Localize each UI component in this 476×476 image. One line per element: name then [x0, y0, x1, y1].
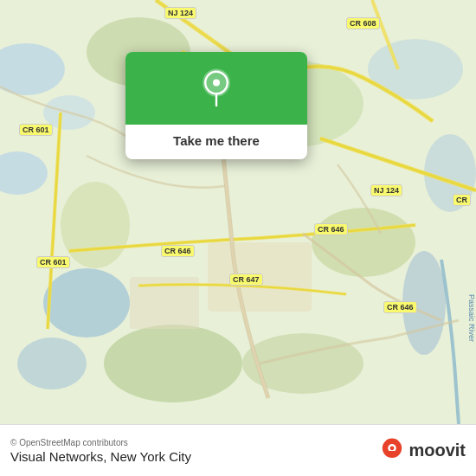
copyright-text: © OpenStreetMap contributors — [10, 438, 191, 447]
svg-point-12 — [104, 325, 242, 402]
road-label-cr601-bot: CR 601 — [36, 256, 70, 268]
road-label-cr-right: CR — [453, 194, 471, 206]
bottom-bar: © OpenStreetMap contributors Visual Netw… — [0, 424, 476, 476]
road-label-cr601-top: CR 601 — [19, 124, 53, 136]
svg-point-6 — [368, 39, 463, 100]
road-label-cr646-left: CR 646 — [161, 245, 195, 257]
road-label-cr647: CR 647 — [229, 273, 263, 286]
popup-button-area[interactable]: Take me there — [125, 125, 307, 159]
svg-point-4 — [43, 268, 130, 338]
bottom-left: © OpenStreetMap contributors Visual Netw… — [10, 438, 191, 464]
take-me-there-button[interactable]: Take me there — [139, 133, 293, 148]
location-title: Visual Networks, New York City — [10, 449, 191, 464]
location-popup: Take me there — [125, 52, 307, 159]
passaic-river-label: Passaic River — [467, 294, 476, 342]
road-label-cr646-mid: CR 646 — [314, 223, 348, 235]
road-label-nj124-right: NJ 124 — [370, 184, 402, 196]
road-label-cr608: CR 608 — [346, 17, 380, 29]
popup-header — [125, 52, 307, 125]
moovit-brand-text: moovit — [408, 441, 466, 460]
pin-icon — [196, 68, 237, 109]
road-label-nj124-top: NJ 124 — [164, 7, 196, 19]
svg-point-26 — [213, 80, 220, 87]
svg-point-5 — [17, 338, 87, 389]
moovit-logo: moovit — [378, 437, 466, 465]
map-container: NJ 124 CR 608 NJ 124 CR 601 NJ 124 CR CR… — [0, 0, 476, 424]
svg-point-11 — [312, 208, 415, 277]
svg-point-29 — [390, 446, 395, 450]
svg-point-14 — [61, 182, 130, 268]
moovit-icon — [378, 437, 406, 465]
road-label-cr646-right: CR 646 — [383, 301, 417, 313]
